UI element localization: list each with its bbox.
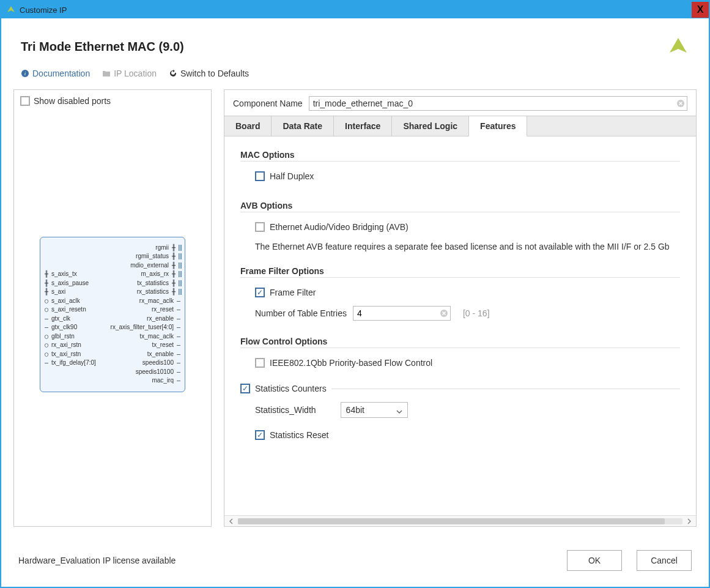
port-right: rx_statistics╫ [111, 288, 182, 297]
port-right: rx_reset– [111, 305, 182, 314]
port-left: –tx_ifg_delay[7:0] [43, 359, 96, 368]
port-left: –gtx_clk90 [43, 323, 96, 332]
client-area: Tri Mode Ethernet MAC (9.0) i Documentat… [1, 18, 709, 587]
documentation-label: Documentation [32, 69, 90, 78]
pfc-label: IEEE802.1Qbb Priority-based Flow Control [270, 358, 432, 368]
table-entries-input[interactable] [353, 306, 451, 321]
tab-features[interactable]: Features [469, 116, 527, 136]
frame-filter-label: Frame Filter [270, 288, 316, 297]
port-left: ╫s_axis_pause [43, 279, 96, 288]
stats-reset-label: Statistics Reset [270, 430, 328, 440]
main-area: Show disabled ports ╫s_axis_tx╫s_axis_pa… [1, 89, 709, 539]
ip-location-label: IP Location [114, 69, 157, 78]
scroll-left-icon[interactable] [227, 517, 235, 526]
table-entries-label: Number of Table Entries [255, 308, 347, 318]
app-logo-icon [6, 5, 16, 15]
stats-reset-row: Statistics Reset [240, 428, 680, 442]
documentation-link[interactable]: i Documentation [21, 69, 90, 78]
port-left: –gtx_clk [43, 314, 96, 324]
window-title: Customize IP [20, 6, 67, 15]
port-right: tx_mac_aclk– [111, 332, 182, 341]
horizontal-scrollbar[interactable] [224, 515, 696, 526]
clear-icon[interactable] [676, 99, 685, 108]
section-flow-control: Flow Control Options [240, 337, 680, 348]
port-right: speedis100– [111, 359, 182, 368]
page-header: Tri Mode Ethernet MAC (9.0) [1, 18, 709, 69]
svg-marker-1 [670, 38, 687, 53]
port-right: rx_enable– [111, 314, 182, 324]
port-right: rx_axis_filter_tuser[4:0]– [111, 323, 182, 332]
port-right: mac_irq– [111, 376, 182, 385]
port-right: rx_mac_aclk– [111, 297, 182, 306]
ip-left-ports: ╫s_axis_tx╫s_axis_pause╫s_axi○s_axi_aclk… [40, 244, 96, 385]
cancel-button[interactable]: Cancel [637, 550, 692, 571]
pfc-checkbox[interactable] [255, 358, 265, 368]
avb-checkbox[interactable] [255, 222, 265, 232]
frame-filter-row: Frame Filter [240, 285, 680, 300]
table-entries-input-wrap [353, 306, 451, 321]
refresh-icon [169, 69, 177, 78]
port-right: rgmii_status╫ [111, 252, 182, 261]
port-right: tx_statistics╫ [111, 279, 182, 288]
avb-note: The Ethernet AVB feature requires a sepa… [240, 234, 680, 253]
port-right: m_axis_rx╫ [111, 270, 182, 279]
stats-width-value: 64bit [346, 405, 364, 415]
chevron-down-icon [396, 407, 402, 413]
scrollbar-track[interactable] [238, 518, 682, 524]
page-title: Tri Mode Ethernet MAC (9.0) [21, 40, 184, 54]
tab-shared-logic[interactable]: Shared Logic [392, 116, 469, 136]
show-disabled-checkbox[interactable] [20, 96, 30, 106]
footer: Hardware_Evaluation IP license available… [1, 539, 709, 587]
toolbar: i Documentation IP Location Switch to De… [1, 69, 709, 89]
folder-icon [102, 69, 111, 78]
half-duplex-checkbox[interactable] [255, 171, 265, 181]
switch-defaults-link[interactable]: Switch to Defaults [169, 69, 249, 78]
scroll-right-icon[interactable] [685, 517, 693, 526]
divider-line [331, 389, 680, 389]
stats-width-label: Statistics_Width [255, 405, 316, 415]
pfc-row: IEEE802.1Qbb Priority-based Flow Control [240, 355, 680, 370]
tab-bar: BoardData RateInterfaceShared LogicFeatu… [224, 116, 696, 136]
section-mac-options: MAC Options [240, 150, 680, 162]
table-entries-range: [0 - 16] [463, 308, 490, 318]
ip-block: ╫s_axis_tx╫s_axis_pause╫s_axi○s_axi_aclk… [40, 237, 185, 392]
license-status: Hardware_Evaluation IP license available [18, 556, 176, 565]
close-button[interactable]: X [692, 2, 709, 18]
stats-counters-checkbox[interactable] [240, 384, 250, 393]
section-frame-filter: Frame Filter Options [240, 266, 680, 278]
switch-defaults-label: Switch to Defaults [180, 69, 249, 78]
stats-width-select[interactable]: 64bit [341, 402, 408, 418]
footer-buttons: OK Cancel [567, 550, 692, 571]
vendor-logo-icon [667, 35, 689, 58]
ip-right-ports: rgmii╫rgmii_status╫mdio_external╫m_axis_… [111, 244, 185, 385]
port-right: speedis10100– [111, 368, 182, 377]
avb-row: Ethernet Audio/Video Bridging (AVB) [240, 220, 680, 234]
port-right: tx_reset– [111, 341, 182, 350]
half-duplex-row: Half Duplex [240, 169, 680, 184]
tab-interface[interactable]: Interface [334, 116, 392, 136]
svg-marker-0 [7, 6, 15, 12]
ok-button[interactable]: OK [567, 550, 622, 571]
port-left: ○s_axi_aclk [43, 297, 96, 306]
port-left: ○glbl_rstn [43, 332, 96, 341]
port-left: ╫s_axi [43, 288, 96, 297]
section-avb-options: AVB Options [240, 201, 680, 212]
stats-reset-checkbox[interactable] [255, 430, 265, 440]
component-name-input[interactable] [309, 96, 687, 111]
show-disabled-label: Show disabled ports [34, 96, 111, 106]
stats-counters-label: Statistics Counters [255, 384, 327, 393]
port-left: ○s_axi_resetn [43, 305, 96, 314]
component-name-label: Component Name [233, 99, 303, 108]
titlebar[interactable]: Customize IP X [1, 1, 709, 18]
info-icon: i [21, 69, 29, 78]
scrollbar-thumb[interactable] [238, 518, 665, 524]
ip-location-link[interactable]: IP Location [102, 69, 157, 78]
port-right: tx_enable– [111, 350, 182, 359]
tab-board[interactable]: Board [224, 116, 272, 136]
tab-data-rate[interactable]: Data Rate [272, 116, 334, 136]
config-panel: Component Name BoardData RateInterfaceSh… [224, 89, 697, 527]
clear-icon[interactable] [440, 309, 448, 318]
stats-width-row: Statistics_Width 64bit [240, 400, 680, 420]
block-diagram-area[interactable]: ╫s_axis_tx╫s_axis_pause╫s_axi○s_axi_aclk… [19, 107, 206, 521]
frame-filter-checkbox[interactable] [255, 288, 265, 297]
